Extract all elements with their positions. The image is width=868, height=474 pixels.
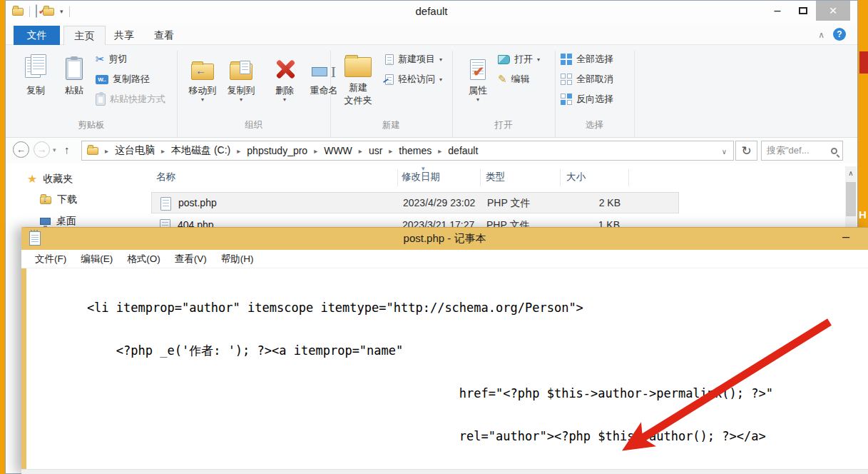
maximize-icon <box>799 7 807 14</box>
breadcrumb-phpstudy[interactable]: phpstudy_pro <box>247 145 307 156</box>
select-all-icon <box>561 54 572 65</box>
help-button[interactable]: ? <box>833 28 846 41</box>
forward-button[interactable]: → <box>34 141 50 158</box>
chevron-down-icon: ▾ <box>439 76 442 83</box>
back-button[interactable]: ← <box>13 141 29 158</box>
close-button[interactable]: × <box>816 1 850 21</box>
select-none-button[interactable]: 全部取消 <box>561 72 613 86</box>
explorer-titlebar: ✔ ▾ default – × <box>6 1 857 24</box>
scroll-up-icon[interactable]: ∧ <box>845 166 857 177</box>
breadcrumb-separator-icon: ▸ <box>161 147 165 155</box>
breadcrumb-separator-icon: ▸ <box>314 147 317 155</box>
horizontal-scrollbar[interactable] <box>21 469 868 474</box>
refresh-button[interactable]: ↻ <box>735 141 757 161</box>
column-divider[interactable] <box>397 169 398 186</box>
paste-shortcut-icon <box>96 94 106 106</box>
breadcrumb[interactable]: ▸ 这台电脑 ▸ 本地磁盘 (C:) ▸ phpstudy_pro ▸ WWW … <box>81 141 734 161</box>
properties-label: 属性 <box>461 84 495 97</box>
delete-label: 删除 <box>268 84 301 97</box>
easy-access-button[interactable]: 轻松访问 ▾ <box>385 72 442 86</box>
column-header-type[interactable]: 类型 <box>486 171 505 183</box>
history-dropdown-icon[interactable]: ▾ <box>53 146 56 153</box>
paste-button[interactable]: 粘贴 <box>56 49 93 118</box>
php-file-icon <box>160 197 171 211</box>
column-divider[interactable] <box>628 169 629 186</box>
delete-icon <box>268 49 301 80</box>
menu-format[interactable]: 格式(O) <box>120 253 168 266</box>
chevron-down-icon[interactable]: ∨ <box>722 148 727 156</box>
table-row-post-php[interactable]: post.php 2023/4/29 23:02 PHP 文件 2 KB <box>151 192 679 213</box>
column-divider[interactable] <box>480 169 481 186</box>
paste-label: 粘贴 <box>56 84 93 97</box>
tab-file[interactable]: 文件 <box>14 26 60 45</box>
new-item-label: 新建项目 <box>398 53 435 66</box>
menu-view[interactable]: 查看(V) <box>168 253 214 266</box>
move-to-button[interactable]: ← 移动到 ▾ <box>184 49 221 118</box>
properties-button[interactable]: ✔ 属性 ▾ <box>461 49 495 118</box>
copy-button[interactable]: 复制 <box>17 49 54 118</box>
column-divider[interactable] <box>560 169 561 186</box>
column-header-size[interactable]: 大小 <box>566 171 586 183</box>
breadcrumb-www[interactable]: WWW <box>324 145 352 156</box>
invert-selection-icon <box>561 94 572 105</box>
new-folder-button[interactable]: 新建 文件夹 <box>337 49 379 118</box>
notepad-minimize-button[interactable]: – <box>835 229 857 244</box>
tab-view[interactable]: 查看 <box>144 26 184 45</box>
edit-button[interactable]: ✎ 编辑 <box>498 72 530 86</box>
column-header-name[interactable]: 名称 <box>156 171 175 183</box>
ribbon: 复制 粘贴 ✂ 剪切 W.. 复制路径 粘贴快捷方式 剪贴板 ← <box>6 45 857 138</box>
notepad-titlebar: post.php - 记事本 – <box>21 228 868 250</box>
scrollbar-thumb[interactable] <box>846 182 856 216</box>
cut-label: 剪切 <box>109 53 128 66</box>
breadcrumb-local-disk[interactable]: 本地磁盘 (C:) <box>171 144 230 157</box>
select-all-button[interactable]: 全部选择 <box>561 52 613 66</box>
star-icon: ★ <box>27 172 37 186</box>
cut-button[interactable]: ✂ 剪切 <box>96 52 128 66</box>
paste-shortcut-button[interactable]: 粘贴快捷方式 <box>96 92 165 106</box>
desktop-label: 桌面 <box>56 215 76 228</box>
up-button[interactable]: ↑ <box>64 143 70 156</box>
breadcrumb-this-pc[interactable]: 这台电脑 <box>115 144 155 157</box>
new-item-button[interactable]: 新建项目 ▾ <box>385 52 442 66</box>
invert-selection-button[interactable]: 反向选择 <box>561 92 613 106</box>
open-icon <box>498 55 510 64</box>
sidebar-item-downloads[interactable]: ↓ 下载 <box>40 193 77 206</box>
folder-icon <box>87 147 98 155</box>
window-controls: – × <box>765 1 850 21</box>
properties-icon: ✔ <box>461 49 495 80</box>
minimize-ribbon-icon[interactable]: ∧ <box>818 30 824 40</box>
new-item-icon <box>385 54 394 65</box>
copy-to-button[interactable]: 复制到 ▾ <box>223 49 260 118</box>
sidebar-item-desktop[interactable]: 桌面 <box>40 215 76 228</box>
sidebar-item-favorites[interactable]: ★ 收藏夹 <box>27 172 73 186</box>
column-header-date[interactable]: 修改日期 <box>402 171 440 183</box>
easy-access-icon <box>385 74 394 85</box>
code-line: <?php _e('作者: '); ?><a itemprop="name" <box>29 343 839 358</box>
maximize-button[interactable] <box>790 1 816 21</box>
downloads-label: 下载 <box>57 193 77 206</box>
menu-help[interactable]: 帮助(H) <box>214 253 261 266</box>
breadcrumb-default[interactable]: default <box>448 145 478 156</box>
pencil-icon: ✎ <box>498 73 507 86</box>
chevron-down-icon: ▾ <box>537 56 540 63</box>
minimize-button[interactable]: – <box>765 1 790 21</box>
notepad-window: post.php - 记事本 – 文件(F) 编辑(E) 格式(O) 查看(V)… <box>21 227 868 474</box>
tab-home[interactable]: 主页 <box>63 26 106 46</box>
notepad-text-area[interactable]: <li itemprop="author" itemscope itemtype… <box>29 272 839 474</box>
menu-edit[interactable]: 编辑(E) <box>73 253 120 266</box>
menu-file[interactable]: 文件(F) <box>28 253 73 266</box>
open-button[interactable]: 打开 ▾ <box>498 52 540 66</box>
desktop-icon <box>40 218 51 225</box>
group-label-select: 选择 <box>555 119 634 131</box>
address-bar: ← → ▾ ↑ ▸ 这台电脑 ▸ 本地磁盘 (C:) ▸ phpstudy_pr… <box>6 138 857 163</box>
search-input[interactable]: 搜索"def... <box>761 141 843 161</box>
file-type: PHP 文件 <box>487 197 530 210</box>
tab-share[interactable]: 共享 <box>104 26 144 45</box>
file-date: 2023/4/29 23:02 <box>403 197 475 208</box>
breadcrumb-themes[interactable]: themes <box>399 145 432 156</box>
search-text: 搜索"def... <box>767 144 810 157</box>
breadcrumb-usr[interactable]: usr <box>369 145 382 156</box>
select-all-label: 全部选择 <box>576 53 613 66</box>
delete-button[interactable]: 删除 ▾ <box>268 49 301 118</box>
copy-path-button[interactable]: W.. 复制路径 <box>96 72 150 86</box>
